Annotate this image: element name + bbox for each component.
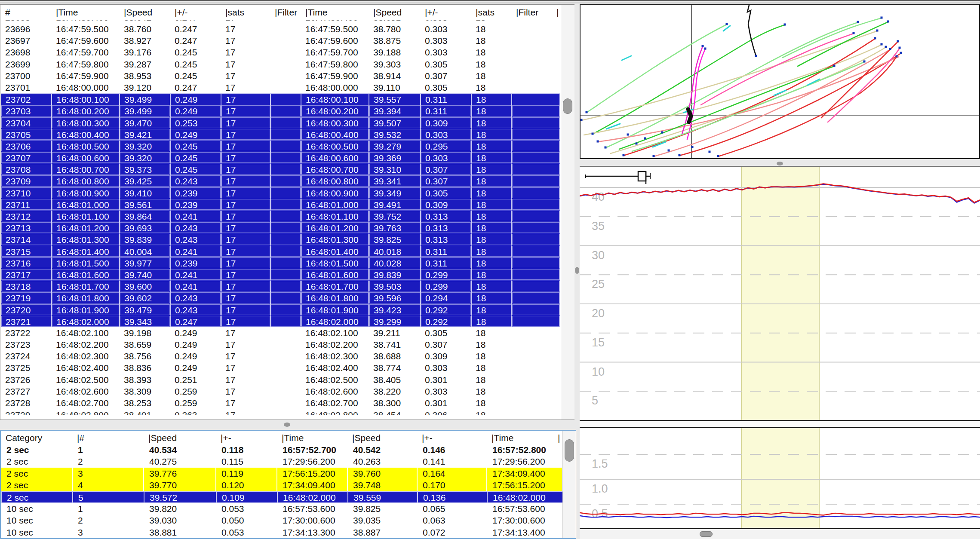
table-row[interactable]: 2371016:48:00.90039.4100.2391716:48:00.9…: [1, 187, 560, 199]
table-row[interactable]: 2371616:48:01.50039.9770.2391716:48:01.5…: [1, 257, 560, 269]
results-scrollbar-thumb[interactable]: [565, 439, 574, 462]
gps-track-map[interactable]: [581, 5, 979, 158]
slider-handle[interactable]: [638, 172, 646, 181]
result-row[interactable]: 2 sec240.2750.11517:29:56.20040.2630.141…: [1, 456, 563, 467]
table-row[interactable]: 2371116:48:01.00039.5610.2391716:48:01.0…: [1, 199, 560, 210]
time-scrollbar[interactable]: [580, 529, 980, 539]
column-header[interactable]: |+/-: [421, 5, 471, 20]
cell: [512, 23, 560, 35]
cell: 39.310: [369, 163, 421, 175]
cell: 18: [471, 20, 512, 23]
table-row[interactable]: 2372016:48:01.90039.4790.2431716:48:01.9…: [1, 304, 560, 315]
column-header[interactable]: |Speed: [348, 432, 418, 444]
table-row[interactable]: 2369616:47:59.50038.7600.2471716:47:59.5…: [1, 23, 560, 35]
results-table-scrollbar[interactable]: [562, 431, 576, 538]
column-header[interactable]: |Time: [52, 5, 120, 20]
table-row[interactable]: 2370816:48:00.70039.3730.2451716:48:00.7…: [1, 163, 560, 175]
table-row[interactable]: 2371316:48:01.20039.6930.2431716:48:01.2…: [1, 222, 560, 233]
points-header-end-separator: |: [556, 5, 559, 20]
table-row[interactable]: 2372716:48:02.60038.3090.2591716:48:02.6…: [1, 386, 560, 397]
column-header[interactable]: |Filter: [512, 5, 560, 20]
table-row[interactable]: 2372216:48:02.10039.1980.2491716:48:02.1…: [1, 327, 560, 339]
table-row[interactable]: 2370016:47:59.90038.9530.2451716:47:59.9…: [1, 70, 560, 82]
vertical-splitter-handle[interactable]: [575, 267, 579, 274]
column-header[interactable]: |sats: [221, 5, 270, 20]
table-row[interactable]: 2372516:48:02.40038.8360.2491716:48:02.4…: [1, 362, 560, 374]
table-row[interactable]: 2371216:48:01.10039.8640.2411716:48:01.1…: [1, 210, 560, 222]
cell: 39.343: [120, 315, 170, 327]
table-row[interactable]: 2370716:48:00.60039.3200.2451716:48:00.6…: [1, 152, 560, 163]
gps-points-table-panel[interactable]: #|Time|Speed|+/-|sats|Filter|Time|Speed|…: [0, 4, 574, 420]
cell: [512, 409, 560, 415]
table-row[interactable]: 2370916:48:00.80039.4250.2431716:48:00.8…: [1, 175, 560, 187]
table-row[interactable]: 2370416:48:00.30039.4700.2531716:48:00.3…: [1, 117, 560, 129]
map-splitter-handle[interactable]: [777, 162, 783, 165]
zoom-scale-slider[interactable]: [582, 170, 657, 188]
speed-chart-panel[interactable]: 403530252015105: [580, 167, 980, 421]
gps-track-map-panel[interactable]: [580, 4, 980, 159]
table-row[interactable]: 2371716:48:01.60039.7400.2411716:48:01.6…: [1, 269, 560, 280]
axis-tick-label: 35: [592, 220, 605, 233]
cell: [512, 82, 560, 93]
table-row[interactable]: 2369916:47:59.80039.2870.2451716:47:59.8…: [1, 58, 560, 70]
column-header[interactable]: |#: [73, 432, 144, 444]
table-row[interactable]: 2372816:48:02.70038.2530.2591716:48:02.7…: [1, 397, 560, 409]
column-header[interactable]: #: [1, 5, 52, 20]
result-row[interactable]: 2 sec439.7700.12017:34:09.40039.7480.170…: [1, 479, 563, 491]
table-row[interactable]: 2370316:48:00.20039.4990.2491716:48:00.2…: [1, 105, 560, 116]
results-table-body[interactable]: 2 sec140.5340.11816:57:52.70040.5420.146…: [1, 444, 563, 538]
table-row[interactable]: 2370216:48:00.10039.4990.2491716:48:00.1…: [1, 93, 560, 105]
column-header[interactable]: |Speed: [120, 5, 170, 20]
points-table-scrollbar[interactable]: [561, 5, 574, 420]
cell: 38.393: [120, 374, 170, 386]
cell: 16:48:00.900: [301, 187, 369, 199]
table-row[interactable]: 2372616:48:02.50038.3930.2511716:48:02.5…: [1, 374, 560, 386]
table-row[interactable]: 2370616:48:00.50039.3200.2451716:48:00.5…: [1, 140, 560, 152]
results-table-panel[interactable]: Category|#|Speed|+-|Time|Speed|+-|Time |…: [0, 430, 576, 539]
error-chart-panel[interactable]: 1.51.00.5: [580, 427, 980, 529]
cell: [512, 199, 560, 210]
cell: [512, 292, 560, 303]
cell: 17: [221, 245, 270, 257]
table-row[interactable]: 2372416:48:02.30038.7560.2491716:48:02.3…: [1, 350, 560, 362]
table-row[interactable]: 2371916:48:01.80039.6020.2431716:48:01.8…: [1, 292, 560, 303]
table-row[interactable]: 2370116:48:00.00039.1200.2471716:48:00.0…: [1, 82, 560, 93]
result-row[interactable]: 2 sec539.5720.10916:48:02.00039.5590.136…: [1, 491, 563, 503]
result-row[interactable]: 2 sec339.7760.11917:56:15.20039.7600.164…: [1, 468, 563, 479]
error-chart[interactable]: 1.51.00.5: [580, 428, 980, 528]
table-row[interactable]: 2371416:48:01.30039.8390.2431716:48:01.3…: [1, 233, 560, 245]
results-table-header[interactable]: Category|#|Speed|+-|Time|Speed|+-|Time: [1, 432, 563, 444]
result-row[interactable]: 2 sec140.5340.11816:57:52.70040.5420.146…: [1, 444, 563, 456]
horizontal-splitter-handle[interactable]: [284, 423, 290, 427]
column-header[interactable]: |Filter: [270, 5, 301, 20]
speed-chart[interactable]: 403530252015105: [580, 167, 980, 420]
result-row[interactable]: 10 sec338.8810.05317:34:13.30038.8870.07…: [1, 527, 563, 538]
table-row[interactable]: 2369816:47:59.70039.1760.2451716:47:59.7…: [1, 46, 560, 58]
points-table-header[interactable]: #|Time|Speed|+/-|sats|Filter|Time|Speed|…: [1, 5, 560, 20]
table-row[interactable]: 2369716:47:59.60038.9270.2471716:47:59.6…: [1, 35, 560, 46]
column-header[interactable]: |+/-: [170, 5, 221, 20]
column-header[interactable]: |Speed: [369, 5, 421, 20]
column-header[interactable]: |Time: [277, 432, 348, 444]
column-header[interactable]: |Time: [301, 5, 369, 20]
cell: 39.602: [120, 292, 170, 303]
table-row[interactable]: 2370516:48:00.40039.4210.2491716:48:00.4…: [1, 129, 560, 140]
column-header[interactable]: Category: [1, 432, 73, 444]
table-row[interactable]: 2371516:48:01.40040.0040.2411716:48:01.4…: [1, 245, 560, 257]
table-row[interactable]: 2369516:47:59.40038.6420.2471716:47:59.4…: [1, 20, 560, 23]
table-row[interactable]: 2372916:48:02.80038.4010.2631716:48:02.8…: [1, 409, 560, 415]
cell: 18: [471, 82, 512, 93]
column-header[interactable]: |sats: [471, 5, 512, 20]
column-header[interactable]: |Speed: [144, 432, 216, 444]
result-row[interactable]: 10 sec239.0300.05017:30:00.60039.0350.06…: [1, 514, 563, 526]
table-row[interactable]: 2371816:48:01.70039.6000.2411716:48:01.7…: [1, 280, 560, 292]
table-row[interactable]: 2372316:48:02.20038.6590.2491716:48:02.2…: [1, 339, 560, 350]
points-table-body[interactable]: 2369616:47:59.50038.7600.2471716:47:59.5…: [1, 23, 560, 409]
time-scrollbar-thumb[interactable]: [700, 531, 713, 537]
column-header[interactable]: |+-: [216, 432, 277, 444]
points-scrollbar-thumb[interactable]: [563, 98, 572, 114]
result-row[interactable]: 10 sec139.8200.05316:57:53.60039.8250.06…: [1, 503, 563, 514]
column-header[interactable]: |+-: [418, 432, 487, 444]
column-header[interactable]: |Time: [487, 432, 563, 444]
table-row[interactable]: 2372116:48:02.00039.3430.2471716:48:02.0…: [1, 315, 560, 327]
